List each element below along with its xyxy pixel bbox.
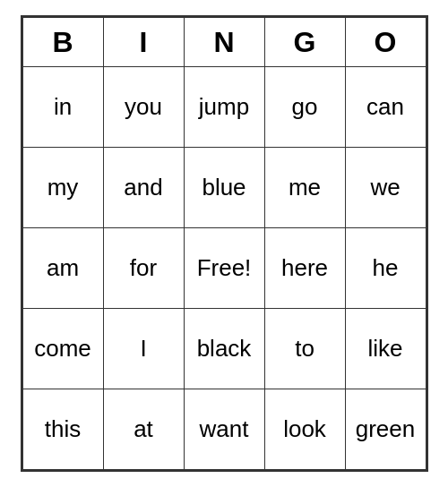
cell-3-3: to bbox=[264, 309, 345, 389]
cell-3-1: I bbox=[103, 309, 184, 389]
col-g: G bbox=[264, 18, 345, 67]
cell-4-4: green bbox=[345, 389, 426, 470]
cell-0-1: you bbox=[103, 67, 184, 148]
bingo-table: B I N G O inyoujumpgocanmyandbluemeweamf… bbox=[22, 17, 426, 470]
table-row: thisatwantlookgreen bbox=[22, 389, 426, 470]
cell-0-3: go bbox=[264, 67, 345, 148]
table-row: inyoujumpgocan bbox=[22, 67, 426, 148]
cell-4-3: look bbox=[264, 389, 345, 470]
cell-4-1: at bbox=[103, 389, 184, 470]
cell-4-0: this bbox=[22, 389, 103, 470]
bingo-card: B I N G O inyoujumpgocanmyandbluemeweamf… bbox=[21, 15, 428, 472]
header-row: B I N G O bbox=[22, 18, 426, 67]
cell-4-2: want bbox=[184, 389, 264, 470]
table-row: amforFree!herehe bbox=[22, 228, 426, 309]
cell-1-3: me bbox=[264, 148, 345, 228]
cell-2-2: Free! bbox=[184, 228, 264, 309]
cell-0-2: jump bbox=[184, 67, 264, 148]
cell-0-0: in bbox=[22, 67, 103, 148]
cell-1-2: blue bbox=[184, 148, 264, 228]
col-b: B bbox=[22, 18, 103, 67]
cell-1-0: my bbox=[22, 148, 103, 228]
cell-3-4: like bbox=[345, 309, 426, 389]
col-o: O bbox=[345, 18, 426, 67]
cell-0-4: can bbox=[345, 67, 426, 148]
col-n: N bbox=[184, 18, 264, 67]
cell-2-3: here bbox=[264, 228, 345, 309]
table-row: comeIblacktolike bbox=[22, 309, 426, 389]
cell-1-1: and bbox=[103, 148, 184, 228]
cell-2-1: for bbox=[103, 228, 184, 309]
table-row: myandbluemewe bbox=[22, 148, 426, 228]
cell-2-4: he bbox=[345, 228, 426, 309]
cell-3-2: black bbox=[184, 309, 264, 389]
col-i: I bbox=[103, 18, 184, 67]
cell-2-0: am bbox=[22, 228, 103, 309]
cell-3-0: come bbox=[22, 309, 103, 389]
cell-1-4: we bbox=[345, 148, 426, 228]
